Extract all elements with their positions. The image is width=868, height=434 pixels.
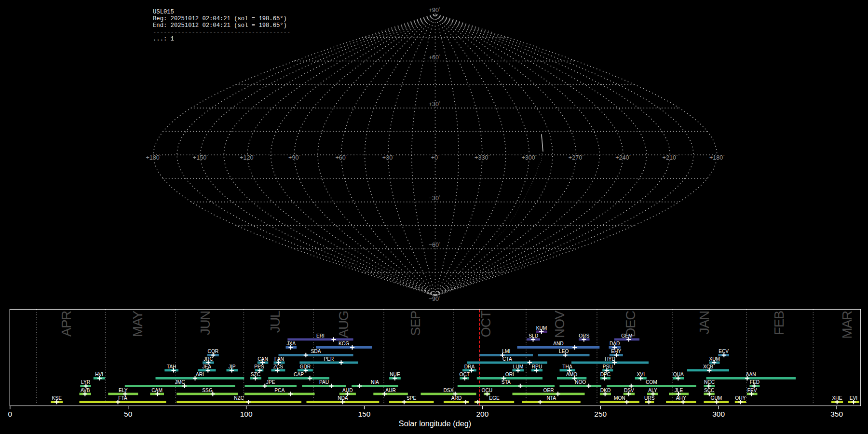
svg-text:NOO: NOO — [575, 380, 586, 385]
svg-text:CAP: CAP — [294, 372, 304, 377]
svg-text:FEB: FEB — [772, 311, 787, 335]
svg-text:300: 300 — [712, 410, 725, 418]
svg-text:AAN: AAN — [746, 372, 756, 377]
svg-text:SCC: SCC — [704, 388, 715, 393]
svg-text:+120°: +120° — [240, 154, 255, 161]
svg-text:NOV: NOV — [552, 310, 567, 338]
svg-text:JAN: JAN — [697, 311, 712, 334]
svg-text:+300°: +300° — [521, 154, 537, 161]
svg-text:EGE: EGE — [489, 395, 500, 401]
svg-text:AUR: AUR — [385, 388, 396, 393]
svg-text:+180°: +180° — [709, 154, 725, 161]
svg-text:XCB: XCB — [703, 364, 713, 369]
svg-text:Beg: 20251012 02:04:21 (sol =: Beg: 20251012 02:04:21 (sol = 198.65°) — [153, 15, 287, 22]
svg-text:JRC: JRC — [203, 356, 213, 362]
svg-text:ORS: ORS — [579, 333, 589, 339]
svg-text:NZC: NZC — [234, 395, 244, 401]
svg-text:−90°: −90° — [429, 296, 441, 302]
svg-text:HVI: HVI — [95, 372, 103, 377]
svg-text:JIP: JIP — [229, 364, 236, 369]
svg-text:MON: MON — [614, 395, 625, 401]
svg-text:LEO: LEO — [559, 349, 569, 354]
svg-text:QUA: QUA — [673, 372, 684, 377]
svg-text:ALY: ALY — [648, 388, 657, 393]
svg-text:250: 250 — [594, 410, 607, 418]
svg-text:150: 150 — [358, 410, 371, 418]
svg-text:URS: URS — [644, 395, 655, 401]
svg-text:NUE: NUE — [390, 372, 400, 377]
svg-text:NIA: NIA — [371, 380, 379, 385]
svg-text:AUD: AUD — [342, 388, 353, 393]
svg-text:RPU: RPU — [532, 364, 542, 369]
svg-text:USL015: USL015 — [153, 9, 174, 15]
svg-text:KCG: KCG — [339, 341, 349, 346]
svg-text:JUN: JUN — [198, 311, 213, 335]
svg-text:NCC: NCC — [704, 380, 715, 385]
svg-text:COM: COM — [646, 380, 657, 385]
svg-text:50: 50 — [124, 410, 133, 418]
svg-text:LYR: LYR — [81, 380, 90, 385]
svg-text:NDA: NDA — [338, 395, 348, 401]
svg-text:XUM: XUM — [709, 356, 720, 362]
svg-text:MAY: MAY — [130, 311, 145, 337]
svg-text:FTA: FTA — [118, 395, 127, 401]
svg-text:+60°: +60° — [429, 54, 441, 61]
svg-text:AVB: AVB — [81, 388, 90, 393]
svg-text:XHE: XHE — [832, 395, 842, 401]
svg-text:JMC: JMC — [175, 380, 185, 385]
svg-text:XVI: XVI — [637, 372, 645, 377]
svg-text:+330°: +330° — [475, 154, 490, 161]
svg-text:MAR: MAR — [840, 311, 854, 339]
svg-text:CAN: CAN — [258, 356, 268, 362]
svg-text:DKD: DKD — [600, 388, 611, 393]
svg-text:GUM: GUM — [711, 395, 722, 401]
svg-text:HYD: HYD — [605, 356, 615, 362]
svg-text:DRA: DRA — [464, 364, 475, 369]
svg-text:DSV: DSV — [624, 388, 634, 393]
svg-text:TAH: TAH — [167, 364, 176, 369]
svg-text:SEP: SEP — [408, 311, 423, 336]
svg-text:SSG: SSG — [202, 388, 213, 393]
svg-text:LUM: LUM — [513, 364, 524, 369]
svg-text:AUG: AUG — [336, 311, 351, 338]
svg-text:ELY: ELY — [119, 388, 128, 393]
svg-text:JLE: JLE — [675, 388, 683, 393]
svg-text:−30°: −30° — [429, 195, 441, 202]
svg-text:SPE: SPE — [407, 395, 417, 401]
svg-text:AND: AND — [553, 341, 564, 346]
svg-text:...: 1: ...: 1 — [153, 36, 174, 42]
svg-text:+150°: +150° — [193, 154, 208, 161]
svg-text:PAU: PAU — [319, 380, 329, 385]
svg-text:DSX: DSX — [444, 388, 454, 393]
svg-text:350: 350 — [830, 410, 843, 418]
svg-text:ARI: ARI — [196, 372, 204, 377]
svg-text:+90°: +90° — [429, 7, 441, 14]
svg-text:SZC: SZC — [251, 372, 260, 377]
svg-text:STA: STA — [502, 380, 511, 385]
svg-text:FEV: FEV — [747, 388, 757, 393]
svg-text:FED: FED — [750, 380, 760, 385]
svg-text:CAM: CAM — [151, 388, 163, 393]
svg-text:CTA: CTA — [502, 356, 512, 362]
svg-text:JXA: JXA — [286, 341, 296, 346]
svg-text:DPC: DPC — [600, 372, 611, 377]
svg-text:LMI: LMI — [502, 349, 510, 354]
svg-text:+30°: +30° — [382, 154, 394, 161]
svg-text:OER: OER — [543, 388, 554, 393]
svg-text:ARD: ARD — [451, 395, 462, 401]
svg-text:ECV: ECV — [719, 349, 729, 354]
svg-text:THA: THA — [562, 364, 572, 369]
svg-text:+210°: +210° — [663, 154, 678, 161]
svg-text:SLD: SLD — [529, 333, 538, 339]
svg-text:−60°: −60° — [429, 242, 441, 248]
svg-text:OCT: OCT — [478, 311, 493, 338]
svg-text:NTA: NTA — [546, 395, 556, 401]
svg-text:------------------------------: --------------------------------------- — [153, 29, 290, 36]
svg-text:JUL: JUL — [268, 311, 283, 333]
svg-text:OCT: OCT — [460, 372, 470, 377]
svg-text:JEA: JEA — [202, 364, 211, 369]
svg-text:+240°: +240° — [615, 154, 631, 161]
svg-text:KSE: KSE — [52, 395, 62, 401]
svg-text:GDR: GDR — [300, 364, 311, 369]
svg-text:OHY: OHY — [735, 395, 746, 401]
